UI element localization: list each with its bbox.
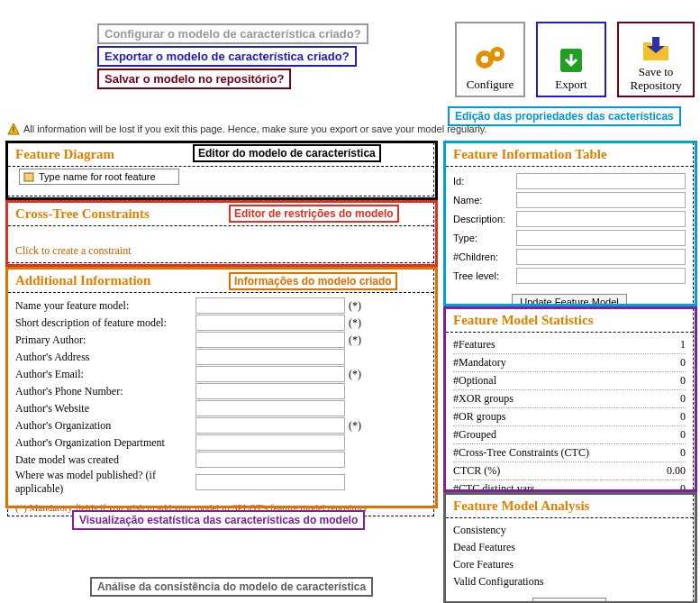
stat-key: #Mandatory [453, 356, 506, 370]
info-input[interactable] [516, 249, 686, 265]
info-label: #Children: [453, 251, 516, 262]
info-row: Description: [453, 211, 686, 227]
form-input[interactable] [195, 474, 345, 490]
callout-feature-diagram: Editor do modelo de característica [193, 144, 381, 162]
form-row: Author's Phone Number: [15, 383, 426, 399]
form-label: Author's Address [15, 351, 195, 364]
export-label: Export [555, 78, 586, 92]
callout-save: Salvar o modelo no repositório? [97, 69, 291, 89]
info-input[interactable] [516, 173, 686, 189]
form-input[interactable] [195, 452, 345, 468]
info-input[interactable] [516, 230, 686, 246]
info-row: Type: [453, 230, 686, 246]
form-label: Author's Organization [15, 419, 195, 433]
form-input[interactable] [195, 417, 345, 434]
stat-key: #OR groups [453, 410, 505, 424]
stat-row: #OR groups0 [453, 408, 686, 426]
export-icon [553, 43, 589, 76]
stat-value: 0 [680, 410, 686, 424]
callout-additional: Informações do modelo criado [229, 272, 397, 290]
form-label: Primary Author: [15, 333, 195, 347]
warning-icon: ! [7, 123, 20, 135]
stat-row: #Features1 [453, 336, 686, 354]
form-input[interactable] [195, 315, 345, 331]
form-label: Name your feature model: [15, 299, 195, 313]
stat-value: 0.00 [667, 464, 686, 478]
info-label: Tree level: [453, 270, 516, 281]
form-label: Author's Email: [15, 368, 195, 381]
required-mark: (*) [349, 419, 361, 433]
info-label: Type: [453, 233, 516, 243]
form-row: Where was model published? (if applicabl… [15, 469, 426, 496]
analysis-panel: Feature Model Analysis ConsistencyDead F… [445, 494, 694, 603]
analysis-row: Dead Features [453, 539, 686, 556]
info-input[interactable] [516, 192, 686, 208]
form-row: Primary Author:(*) [15, 332, 426, 348]
form-label: Author's Website [15, 402, 195, 416]
callout-constraints: Editor de restrições do modelo [229, 205, 399, 223]
stats-title: Feature Model Statistics [446, 309, 693, 333]
toolbar: Configure Export Save to Repository [455, 22, 695, 97]
info-label: Id: [453, 176, 516, 187]
form-row: Date model was created [15, 452, 426, 468]
stat-key: #Features [453, 338, 495, 352]
info-label: Name: [453, 195, 516, 206]
stat-value: 1 [680, 338, 686, 352]
form-row: Author's Website [15, 400, 426, 416]
info-input[interactable] [516, 211, 686, 227]
info-label: Description: [453, 214, 516, 224]
warning-text: All information will be lost if you exit… [23, 123, 487, 134]
form-input[interactable] [195, 349, 345, 365]
info-input[interactable] [516, 268, 686, 284]
svg-rect-6 [24, 173, 33, 181]
folder-arrow-icon [638, 35, 674, 64]
stat-value: 0 [680, 428, 686, 442]
form-input[interactable] [195, 400, 345, 416]
save-label: Save to Repository [619, 66, 693, 92]
root-feature-input[interactable] [38, 170, 175, 183]
required-mark: (*) [349, 299, 361, 313]
svg-text:!: ! [13, 125, 15, 134]
form-label: Author's Organization Department [15, 436, 195, 450]
export-button[interactable]: Export [536, 22, 606, 97]
form-label: Short description of feature model: [15, 316, 195, 330]
stat-row: CTCR (%)0.00 [453, 462, 686, 480]
stat-key: CTCR (%) [453, 464, 500, 478]
info-table-title: Feature Information Table [446, 143, 693, 167]
form-row: Short description of feature model:(*) [15, 315, 426, 331]
form-label: Author's Phone Number: [15, 385, 195, 398]
stat-value: 0 [680, 392, 686, 406]
form-input[interactable] [195, 366, 345, 382]
required-mark: (*) [349, 368, 361, 381]
stats-panel: Feature Model Statistics #Features1#Mand… [445, 308, 694, 521]
form-label: Where was model published? (if applicabl… [15, 469, 195, 496]
stat-key: #XOR groups [453, 392, 514, 406]
configure-button[interactable]: Configure [455, 22, 525, 97]
info-row: Name: [453, 192, 686, 208]
form-label: Date model was created [15, 453, 195, 467]
save-button[interactable]: Save to Repository [617, 22, 695, 97]
form-input[interactable] [195, 332, 345, 348]
callout-configure: Configurar o modelo de característica cr… [97, 23, 368, 44]
form-row: Author's Address [15, 349, 426, 365]
stat-value: 0 [680, 356, 686, 370]
root-feature-row [19, 169, 179, 185]
run-analysis-button[interactable]: Run Analysis [532, 598, 606, 603]
stat-key: #Grouped [453, 428, 496, 442]
create-constraint-link[interactable]: Click to create a constraint [8, 242, 433, 261]
form-row: Author's Email:(*) [15, 366, 426, 382]
warning-row: ! All information will be lost if you ex… [7, 123, 487, 135]
callout-stats: Visualização estatística das característ… [72, 510, 365, 530]
analysis-row: Valid Configurations [453, 573, 686, 590]
stat-key: #Optional [453, 374, 496, 388]
stat-key: #Cross-Tree Constraints (CTC) [453, 446, 589, 460]
form-input[interactable] [195, 383, 345, 399]
form-input[interactable] [195, 297, 345, 314]
callout-analysis: Análise da consistência do modelo de car… [90, 577, 373, 597]
stat-row: #Optional0 [453, 372, 686, 390]
stat-row: #XOR groups0 [453, 390, 686, 408]
analysis-row: Core Features [453, 556, 686, 573]
analysis-title: Feature Model Analysis [446, 495, 693, 518]
form-input[interactable] [195, 434, 345, 451]
analysis-row: Consistency [453, 522, 686, 539]
